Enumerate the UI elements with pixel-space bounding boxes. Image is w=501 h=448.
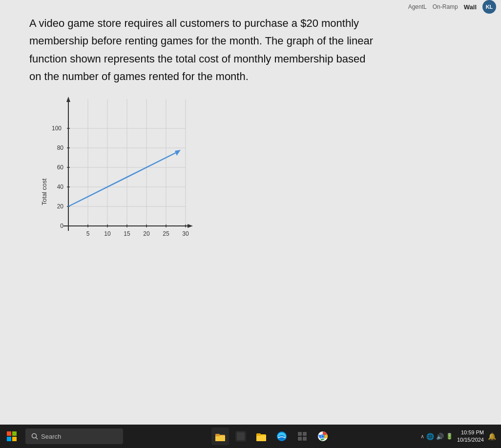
svg-point-58 — [278, 435, 285, 440]
taskbar-search[interactable]: Search — [25, 428, 123, 444]
svg-rect-45 — [7, 437, 11, 441]
photo-icon[interactable] — [293, 428, 311, 445]
svg-text:80: 80 — [57, 144, 64, 151]
nav-agentl[interactable]: AgentL — [408, 3, 427, 10]
graph-wrapper: 0 20 40 60 80 100 5 10 15 20 25 30 — [39, 94, 472, 262]
taskbar: Search — [0, 425, 501, 448]
svg-rect-44 — [12, 431, 17, 436]
svg-marker-41 — [175, 150, 181, 156]
problem-line1: A video game store requires all customer… — [29, 17, 359, 29]
graph-svg: 0 20 40 60 80 100 5 10 15 20 25 30 — [39, 94, 283, 260]
svg-text:Total cost: Total cost — [41, 178, 48, 205]
system-tray-icons: ∧ 🌐 🔊 🔋 — [420, 433, 453, 440]
clock-date: 10/15/2024 — [457, 436, 484, 444]
nav-wall[interactable]: Wall — [464, 3, 477, 11]
svg-text:30: 30 — [182, 230, 189, 237]
svg-rect-53 — [237, 432, 245, 440]
battery-icon[interactable]: 🔋 — [446, 433, 453, 440]
svg-rect-63 — [303, 437, 307, 441]
svg-text:20: 20 — [143, 230, 150, 237]
svg-text:40: 40 — [57, 183, 64, 190]
search-label: Search — [41, 433, 61, 440]
main-content: A video game store requires all customer… — [0, 0, 501, 425]
svg-point-47 — [32, 434, 37, 438]
svg-text:60: 60 — [57, 164, 64, 171]
svg-rect-56 — [256, 433, 261, 436]
speaker-icon[interactable]: 🔊 — [436, 433, 444, 440]
svg-text:100: 100 — [52, 125, 62, 132]
user-avatar[interactable]: KL — [482, 0, 496, 14]
problem-line3: function shown represents the total cost… — [29, 53, 365, 65]
svg-rect-43 — [7, 431, 11, 436]
svg-rect-50 — [215, 436, 225, 441]
nav-onramp[interactable]: On-Ramp — [433, 3, 458, 10]
taskbar-clock[interactable]: 10:59 PM 10/15/2024 — [457, 429, 484, 444]
svg-rect-61 — [303, 432, 307, 436]
svg-text:15: 15 — [124, 230, 130, 237]
svg-text:25: 25 — [163, 230, 169, 237]
file-explorer-icon[interactable] — [211, 428, 229, 445]
problem-line2: membership before renting games for the … — [29, 35, 373, 47]
svg-rect-46 — [12, 437, 17, 441]
svg-text:10: 10 — [104, 230, 111, 237]
chrome-icon[interactable] — [314, 428, 332, 445]
tray-chevron-icon[interactable]: ∧ — [420, 433, 424, 440]
network-icon[interactable]: 🌐 — [426, 433, 434, 440]
svg-point-68 — [322, 435, 324, 438]
svg-line-48 — [36, 438, 38, 440]
svg-rect-51 — [215, 434, 220, 436]
svg-text:5: 5 — [86, 230, 90, 237]
problem-text: A video game store requires all customer… — [29, 15, 430, 85]
svg-marker-14 — [66, 97, 70, 102]
folder-icon[interactable] — [252, 428, 270, 445]
svg-rect-60 — [298, 432, 302, 436]
svg-marker-16 — [188, 224, 193, 228]
browser-icon[interactable] — [273, 428, 291, 445]
taskbar-center — [123, 428, 420, 445]
top-bar: AgentL On-Ramp Wall KL — [408, 0, 501, 14]
svg-text:0: 0 — [60, 223, 63, 229]
avatar-initials: KL — [486, 4, 493, 10]
notification-icon[interactable]: 🔔 — [488, 432, 496, 440]
svg-rect-55 — [256, 435, 266, 441]
taskbar-right: ∧ 🌐 🔊 🔋 10:59 PM 10/15/2024 🔔 — [420, 429, 501, 444]
svg-rect-62 — [298, 437, 302, 441]
svg-text:20: 20 — [57, 203, 64, 210]
svg-line-40 — [68, 152, 178, 206]
dark-app-icon[interactable] — [232, 428, 250, 445]
start-button[interactable] — [0, 425, 23, 448]
clock-time: 10:59 PM — [457, 429, 484, 436]
problem-line4: on the number of games rented for the mo… — [29, 70, 249, 82]
